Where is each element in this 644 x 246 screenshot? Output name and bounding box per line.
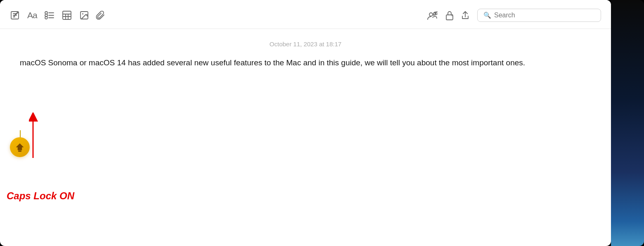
search-box[interactable]: 🔍 <box>477 9 601 22</box>
svg-point-6 <box>45 17 47 19</box>
lock-dropdown-arrow: ▾ <box>451 12 453 18</box>
search-input[interactable] <box>494 12 595 19</box>
svg-point-17 <box>429 13 433 16</box>
caps-lock-label: Caps Lock ON <box>7 190 74 202</box>
share-icon[interactable] <box>461 10 470 20</box>
media-dropdown-arrow: ▾ <box>86 12 88 18</box>
svg-marker-20 <box>16 143 24 150</box>
collaborate-icon[interactable] <box>427 10 438 20</box>
compose-icon[interactable] <box>10 10 20 20</box>
content-area[interactable]: October 11, 2023 at 18:17 macOS Sonoma o… <box>0 29 611 246</box>
svg-point-16 <box>82 13 83 14</box>
caps-lock-arrow <box>29 112 54 162</box>
caps-lock-badge-icon <box>14 142 25 153</box>
note-timestamp: October 11, 2023 at 18:17 <box>20 41 591 48</box>
desktop-background <box>611 0 644 246</box>
svg-rect-21 <box>18 150 21 152</box>
font-icon[interactable]: Aa <box>27 10 37 20</box>
toolbar-right-group: ▾ 🔍 <box>427 9 601 22</box>
svg-rect-10 <box>63 11 71 19</box>
lock-icon[interactable]: ▾ <box>445 10 453 20</box>
media-icon[interactable]: ▾ <box>79 10 88 20</box>
svg-point-5 <box>45 14 47 17</box>
note-body[interactable]: macOS Sonoma or macOS 14 has added sever… <box>20 57 556 69</box>
attachment-icon[interactable] <box>96 10 105 20</box>
checklist-icon[interactable] <box>45 11 54 20</box>
caps-lock-indicator-area <box>10 137 30 157</box>
caps-lock-badge <box>10 137 30 157</box>
svg-point-4 <box>45 12 47 14</box>
toolbar: Aa <box>0 0 611 29</box>
search-icon: 🔍 <box>483 12 491 19</box>
notes-window: Aa <box>0 0 611 246</box>
table-icon[interactable] <box>62 10 72 20</box>
